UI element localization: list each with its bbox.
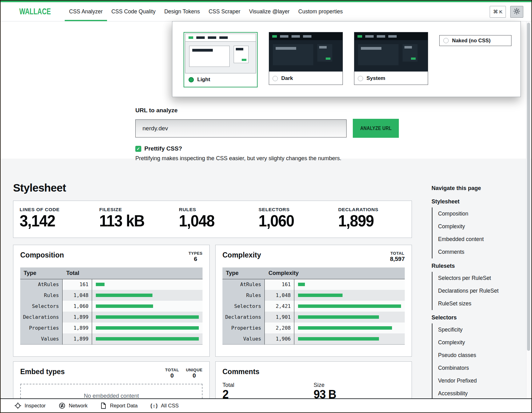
system-radio[interactable] [358,76,363,81]
all-css-icon: {:} [151,402,157,409]
table-row: Rules 1,048 [20,290,203,301]
sun-icon [513,8,520,16]
theme-option-naked[interactable]: Naked (no CSS) [439,35,511,46]
stat-value: 3,142 [20,212,89,230]
stat: SELECTORS 1,060 [252,207,332,238]
page-scrollbar[interactable] [526,21,531,400]
stats-card: LINES OF CODE 3,142 FILESIZE 113 kB RULE… [13,201,412,238]
light-radio[interactable] [189,77,194,82]
sidebar-link[interactable]: Declarations per RuleSet [432,285,516,297]
nav-item[interactable]: CSS Analyzer [65,2,107,21]
table-row: Values 1,899 [20,333,203,344]
sidebar-heading[interactable]: Stylesheet [432,198,516,205]
embed-unique-value: 0 [186,372,203,379]
value-bar [298,294,343,297]
inspector-tab[interactable]: Inspector [15,402,46,409]
sidebar-link[interactable]: Specificity [432,323,516,336]
system-label: System [366,75,385,81]
page-title: Stylesheet [13,182,66,194]
naked-radio[interactable] [443,38,449,43]
scrollbar-thumb[interactable] [527,23,530,351]
sidebar-link[interactable]: Embedded content [432,233,516,246]
embed-empty-state: No embedded content [20,384,203,398]
table-row: Selectors 1,060 [20,301,203,312]
sidebar-link[interactable]: Combinators [432,362,516,374]
network-tab[interactable]: Network [59,402,88,409]
comments-total-value: 2 [222,388,309,398]
sidebar-title: Navigate this page [432,185,516,192]
value-bar [298,283,305,286]
stat: FILESIZE 113 kB [93,207,173,238]
comments-total-label: Total [222,382,314,388]
nav-item[interactable]: CSS Code Quality [107,2,160,21]
value-bar [96,304,153,308]
value-bar [298,326,392,330]
value-bar [298,337,379,341]
value-bar [96,283,105,286]
wallace-logo: WALLACE [19,7,47,16]
total-label: TOTAL [390,251,405,256]
sidebar-link[interactable]: Accessibility [432,387,516,398]
report-data-icon [100,402,106,409]
theme-option-system[interactable]: System [354,32,428,85]
prettify-checkbox[interactable]: ✓ [135,146,141,152]
theme-toggle-button[interactable] [510,6,523,18]
stat-label: LINES OF CODE [20,207,93,212]
prettify-label: Prettify CSS? [144,145,182,152]
embed-total-label: TOTAL [165,368,179,372]
navbar-actions: ⌘ K [490,2,523,21]
url-label: URL to analyze [135,107,178,114]
sidebar-link[interactable]: Selectors per RuleSet [432,272,516,285]
sidebar-link[interactable]: RuleSet sizes [432,297,516,310]
stat-value: 1,060 [259,212,328,230]
stat-label: FILESIZE [99,207,173,212]
stat: RULES 1,048 [173,207,252,238]
command-k-button[interactable]: ⌘ K [490,6,506,18]
stat-value: 113 kB [99,212,169,230]
embed-unique-label: UNIQUE [186,368,203,372]
all-css-tab[interactable]: {:} All CSS [151,402,179,409]
sidebar-link[interactable]: Comments [432,246,516,258]
nav-item[interactable]: Visualize @layer [245,2,294,21]
system-theme-preview [354,32,428,72]
dark-label: Dark [281,75,293,81]
analyze-url-button[interactable]: ANALYZE URL [353,119,399,138]
sidebar-link[interactable]: Vendor Prefixed [432,374,516,387]
value-bar [298,315,379,319]
stat: DECLARATIONS 1,899 [332,207,412,238]
table-row: Declarations 1,901 [222,312,405,323]
sidebar-link[interactable]: Complexity [432,336,516,349]
theme-option-dark[interactable]: Dark [269,32,343,85]
dark-radio[interactable] [273,76,278,81]
stat-label: DECLARATIONS [338,207,412,212]
url-input[interactable] [135,119,347,137]
complexity-table: TypeComplexity AtRules 161 Rules 1,048 S… [222,267,405,345]
sidebar-link[interactable]: Composition [432,207,516,220]
table-row: Values 1,906 [222,333,405,344]
app-frame: WALLACE CSS AnalyzerCSS Code QualityDesi… [0,0,532,413]
stat-value: 1,048 [179,212,249,230]
comments-size-label: Size [314,382,405,388]
svg-text:{:}: {:} [151,403,157,409]
table-row: Selectors 2,421 [222,301,405,312]
comments-panel: Comments Total 2 Size 93 B [215,361,412,398]
nav-item[interactable]: Design Tokens [160,2,204,21]
stat-value: 1,899 [338,212,408,230]
report-section: Stylesheet LINES OF CODE 3,142 FILESIZE … [1,159,531,398]
sidebar-link[interactable]: Complexity [432,220,516,233]
table-row: AtRules 161 [222,279,405,290]
types-value: 6 [189,256,203,262]
nav-item[interactable]: Custom properties [294,2,347,21]
nav-item[interactable]: CSS Scraper [204,2,245,21]
sidebar-heading[interactable]: Rulesets [432,263,516,269]
inspector-icon [15,402,21,409]
total-value: 8,597 [390,256,405,262]
table-row: Rules 1,048 [222,290,405,301]
sidebar-heading[interactable]: Selectors [432,314,516,321]
comments-size-value: 93 B [314,388,400,398]
theme-option-light[interactable]: Light [184,32,258,87]
sidebar-link[interactable]: Pseudo classes [432,349,516,362]
network-icon [59,402,65,409]
stat: LINES OF CODE 3,142 [13,207,93,238]
report-data-tab[interactable]: Report Data [100,402,138,409]
